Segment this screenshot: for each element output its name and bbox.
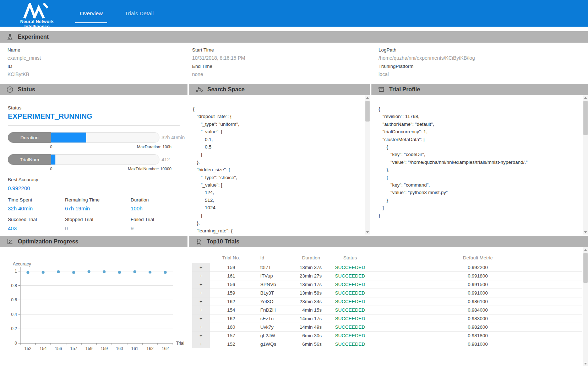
search-space-scrollbar[interactable]	[365, 95, 370, 235]
expand-row-button[interactable]: +	[192, 263, 210, 271]
brand: Neural Network Intelligence	[9, 1, 65, 29]
svg-text:152: 152	[24, 346, 31, 351]
trialnum-progress-track	[51, 154, 159, 165]
experiment-field-training-platform: TrainingPlatform local	[379, 64, 414, 77]
svg-text:Accuracy: Accuracy	[13, 262, 31, 267]
trial-id-cell: ITVup	[252, 271, 295, 280]
failed-trial-label: Failed Trial	[131, 217, 154, 222]
table-row: + 162 sEzTu 14min 17s SUCCEEDED 0.983000	[192, 314, 582, 323]
table-row: + 156 SPNVb 13min 17s SUCCEEDED 0.991500	[192, 280, 582, 289]
metric-cell: 0.984000	[373, 306, 582, 314]
scroll-up-icon[interactable]	[583, 95, 588, 100]
scroll-down-icon[interactable]	[583, 230, 588, 235]
scroll-up-icon[interactable]	[583, 247, 588, 252]
duration-progress-value: 32h 40min	[162, 135, 185, 140]
status-header: Status	[327, 253, 373, 263]
expand-row-button[interactable]: +	[192, 289, 210, 297]
svg-text:156: 156	[55, 346, 62, 351]
nni-logo	[22, 3, 51, 18]
best-accuracy-label: Best Accuracy	[8, 177, 38, 182]
metric-cell: 0.982600	[373, 323, 582, 331]
svg-text:162: 162	[146, 346, 153, 351]
status-section-header: Status	[0, 84, 187, 95]
duration-cell: 14min 49s	[295, 323, 327, 331]
duration-cell: 23min 34s	[295, 297, 327, 306]
experiment-status-value: EXPERIMENT_RUNNING	[8, 112, 92, 120]
tab-overview[interactable]: Overview	[75, 0, 107, 27]
archive-box-icon	[378, 86, 385, 93]
expand-row-button[interactable]: +	[192, 314, 210, 323]
duration-cell: 14min 17s	[295, 314, 327, 323]
trial-id-cell: BLy3T	[252, 289, 295, 297]
expand-row-button[interactable]: +	[192, 331, 210, 340]
trialnum-progress-value: 412	[162, 157, 170, 162]
scroll-down-icon[interactable]	[365, 230, 370, 235]
trial-id-cell: SPNVb	[252, 280, 295, 289]
trial-profile-scrollbar-thumb[interactable]	[583, 101, 588, 135]
expand-row-button[interactable]: +	[192, 271, 210, 280]
stopped-trial-label: Stopped Trial	[65, 217, 93, 222]
expand-row-button[interactable]: +	[192, 306, 210, 314]
top10-section-header: Top10 Trials	[189, 236, 588, 247]
svg-text:161: 161	[131, 346, 138, 351]
trialnum-min: 0	[50, 167, 52, 171]
top10-scrollbar[interactable]	[583, 247, 588, 366]
experiment-field-id: ID KCiBytKB	[7, 64, 29, 77]
search-space-scrollbar-thumb[interactable]	[365, 101, 370, 122]
gauge-icon	[6, 86, 13, 93]
duration-progress-fill	[51, 133, 86, 142]
scroll-up-icon[interactable]	[365, 95, 370, 100]
tab-trials-detail[interactable]: Trials Detail	[124, 0, 155, 27]
trial-id-cell: gL2JW	[252, 331, 295, 340]
top-nav: Neural Network Intelligence Overview Tri…	[0, 0, 588, 27]
status-divider	[8, 125, 180, 125]
duration-progress-label: Duration	[8, 132, 51, 143]
failed-trial-value: 9	[131, 225, 134, 231]
trial-profile-scrollbar[interactable]	[583, 95, 588, 235]
experiment-field-name: Name example_mnist	[7, 47, 41, 61]
duration-cell: 6min 30s	[295, 331, 327, 340]
trial-profile-json: { "revision": 11768, "authorName": "defa…	[379, 105, 577, 219]
scroll-down-icon[interactable]	[583, 361, 588, 366]
expand-row-button[interactable]: +	[192, 323, 210, 331]
status-cell: SUCCEEDED	[327, 280, 373, 289]
svg-text:159: 159	[85, 346, 92, 351]
metric-cell: 0.981000	[373, 340, 582, 348]
trial-id-cell: sEzTu	[252, 314, 295, 323]
top10-scrollbar-thumb[interactable]	[583, 253, 588, 283]
table-row: + 160 Uvk7y 14min 49s SUCCEEDED 0.982600	[192, 323, 582, 331]
expand-row-button[interactable]: +	[192, 340, 210, 348]
search-space-json: { "dropout_rate": { "_type": "uniform", …	[193, 105, 360, 235]
table-row: + 159 t0I7T 13min 37s SUCCEEDED 0.992200	[192, 263, 582, 271]
svg-text:159: 159	[100, 346, 108, 351]
trial-profile-section-header: Trial Profile	[371, 84, 588, 95]
metric-cell: 0.986100	[373, 297, 582, 306]
trial-no-cell: 156	[210, 280, 252, 289]
trial-id-cell: YeI3O	[252, 297, 295, 306]
svg-text:1: 1	[15, 269, 17, 274]
trial-no-cell: 154	[210, 306, 252, 314]
trialnum-max: MaxTrialNumber: 10000	[128, 167, 172, 171]
trial-no-cell: 160	[210, 323, 252, 331]
svg-text:154: 154	[39, 346, 47, 351]
succeed-trial-label: Succeed Trial	[8, 217, 37, 222]
trial-no-cell: 157	[210, 331, 252, 340]
trial-no-cell: 162	[210, 297, 252, 306]
duration-stat-label: Duration	[131, 197, 149, 203]
trialnum-progress-fill	[51, 155, 55, 165]
status-cell: SUCCEEDED	[327, 263, 373, 271]
metric-cell: 0.991000	[373, 289, 582, 297]
metric-cell: 0.991500	[373, 280, 582, 289]
time-spent-label: Time Spent	[8, 197, 32, 203]
table-header-row: Trial No. Id Duration Status Default Met…	[192, 253, 582, 263]
svg-text:160: 160	[116, 346, 123, 351]
duration-cell: 13min 17s	[295, 280, 327, 289]
expand-row-button[interactable]: +	[192, 280, 210, 289]
metric-cell: 0.991800	[373, 271, 582, 280]
duration-cell: 6min 56s	[295, 340, 327, 348]
expand-row-button[interactable]: +	[192, 297, 210, 306]
trial-no-header: Trial No.	[210, 253, 252, 263]
status-cell: SUCCEEDED	[327, 331, 373, 340]
stopped-trial-value: 0	[65, 225, 68, 231]
metric-cell: 0.983000	[373, 314, 582, 323]
